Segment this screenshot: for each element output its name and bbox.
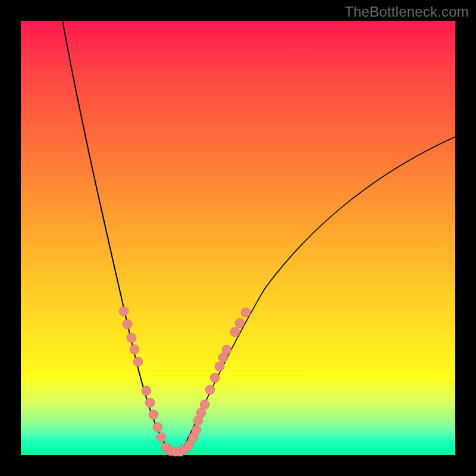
data-point <box>215 362 224 371</box>
data-point <box>127 333 136 343</box>
data-point <box>123 320 132 329</box>
chart-svg <box>21 21 455 455</box>
data-point <box>241 308 250 317</box>
data-point <box>156 433 166 442</box>
data-point <box>119 306 129 316</box>
data-point <box>235 318 245 328</box>
data-point <box>192 425 201 435</box>
left-curve <box>62 21 170 451</box>
data-point <box>230 327 240 337</box>
data-point <box>210 373 220 383</box>
data-point <box>149 410 158 419</box>
watermark-label: TheBottleneck.com <box>345 4 469 20</box>
data-point <box>205 385 215 394</box>
data-point <box>196 408 206 418</box>
right-curve <box>181 137 455 451</box>
chart-frame: TheBottleneck.com <box>0 0 476 476</box>
data-point <box>153 422 162 432</box>
data-point <box>145 398 155 408</box>
data-point <box>133 357 143 367</box>
plot-area <box>21 21 455 455</box>
data-point <box>130 345 139 354</box>
data-point <box>222 345 231 355</box>
data-point <box>142 386 151 396</box>
data-point <box>200 400 209 409</box>
